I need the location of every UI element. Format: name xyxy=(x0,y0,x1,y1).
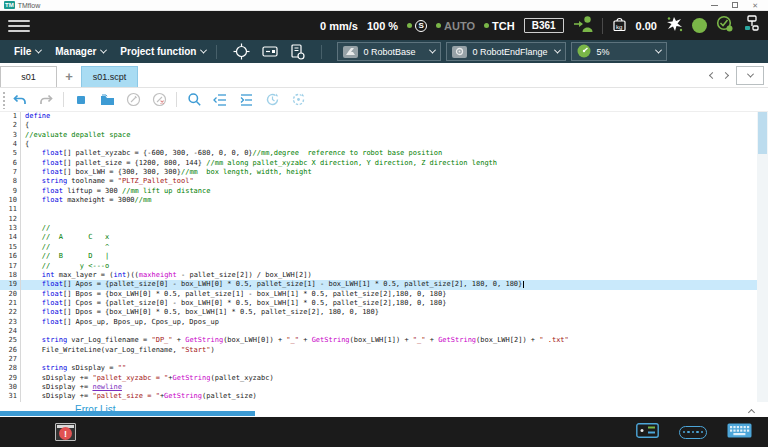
divider xyxy=(321,45,322,59)
line-number: 6 xyxy=(0,159,21,168)
code-line[interactable]: 12 xyxy=(0,215,768,224)
flow-connector-icon[interactable] xyxy=(743,15,760,36)
svg-text:kg: kg xyxy=(616,23,622,29)
line-number: 20 xyxy=(0,290,21,299)
tab-scroll-left-icon[interactable] xyxy=(709,72,716,79)
code-line[interactable]: 17 // y <---o xyxy=(0,262,768,271)
code-line[interactable]: 14 // A C x xyxy=(0,233,768,242)
more-dots-icon[interactable] xyxy=(679,426,707,439)
robot-end-flange-dropdown[interactable]: 0 RobotEndFlange xyxy=(446,42,566,61)
refresh-icon[interactable] xyxy=(290,92,306,108)
minimize-icon[interactable] xyxy=(711,5,718,6)
redo-icon[interactable] xyxy=(38,92,54,108)
controller-panel-icon[interactable] xyxy=(262,45,278,58)
code-line[interactable]: 8 string toolname = "PLTZ_Pallet_tool" xyxy=(0,177,768,186)
collision-burst-icon[interactable] xyxy=(666,16,683,36)
code-line[interactable]: 26 File_WriteLine(var_Log_filename, "Sta… xyxy=(0,346,768,355)
comment-icon[interactable] xyxy=(125,92,141,108)
code-line[interactable]: 7 float[] box_LWH = {300, 300, 300}//mm … xyxy=(0,168,768,177)
drag-handle[interactable] xyxy=(2,91,7,109)
vertical-scrollbar-thumb[interactable] xyxy=(758,112,767,154)
script-file-icon[interactable] xyxy=(290,44,305,60)
code-line[interactable]: 25 string var_Log_filename = "DP_" + Get… xyxy=(0,336,768,345)
history-icon[interactable] xyxy=(264,92,280,108)
line-number: 15 xyxy=(0,243,21,252)
code-line[interactable]: 5 float[] pallet_xyzabc = {-600, 300, -6… xyxy=(0,149,768,158)
tab-scroll-right-icon[interactable] xyxy=(722,72,729,79)
code-line[interactable]: 31 sDisplay += "pallet_size = "+GetStrin… xyxy=(0,392,768,401)
code-line[interactable]: 28 string sDisplay = "" xyxy=(0,364,768,373)
tab-list-dropdown[interactable] xyxy=(736,66,764,85)
speed-dropdown[interactable]: 5% xyxy=(571,42,667,61)
code-line[interactable]: 2{ xyxy=(0,121,768,130)
hamburger-menu-icon[interactable] xyxy=(8,20,30,32)
chevron-down-icon xyxy=(100,47,107,54)
comment-remove-icon[interactable] xyxy=(151,92,167,108)
copy-icon[interactable] xyxy=(99,92,115,108)
code-line[interactable]: 19 float[] Apos = {pallet_size[0] - box_… xyxy=(0,280,768,289)
code-line[interactable]: 6 float[] pallet_size = {1200, 800, 144}… xyxy=(0,159,768,168)
line-number: 10 xyxy=(0,196,21,205)
code-line[interactable]: 13 // xyxy=(0,224,768,233)
robot-base-dropdown[interactable]: 0 RobotBase xyxy=(337,42,441,61)
code-line[interactable]: 30 sDisplay += newline xyxy=(0,383,768,392)
code-line[interactable]: 29 sDisplay += "pallet_xyzabc = "+GetStr… xyxy=(0,374,768,383)
code-line[interactable]: 16 // B D | xyxy=(0,252,768,261)
chevron-down-icon xyxy=(554,47,561,54)
code-line[interactable]: 3//evaluate depallet space xyxy=(0,131,768,140)
code-line[interactable]: 4{ xyxy=(0,140,768,149)
line-number: 19 xyxy=(0,280,21,289)
line-number: 1 xyxy=(0,112,21,121)
code-line[interactable]: 23 float[] Apos_up, Bpos_up, Cpos_up, Dp… xyxy=(0,318,768,327)
error-window-icon[interactable]: ! xyxy=(55,423,76,441)
window-title-bar: TM TMflow ✕ xyxy=(0,0,768,11)
undo-icon[interactable] xyxy=(12,92,28,108)
line-number: 11 xyxy=(0,205,21,214)
line-number: 18 xyxy=(0,271,21,280)
close-icon[interactable]: ✕ xyxy=(752,2,758,9)
user-login-icon[interactable] xyxy=(573,15,593,36)
payload-value: 0.00 xyxy=(636,20,657,32)
menu-manager[interactable]: Manager xyxy=(55,46,106,57)
code-line[interactable]: 22 float[] Dpos = {box_LWH[0] * 0.5, box… xyxy=(0,308,768,317)
tab-row: s01 + s01.scpt xyxy=(0,63,768,88)
menu-project-function[interactable]: Project function xyxy=(120,46,206,57)
jog-panel-icon[interactable] xyxy=(636,423,659,442)
line-number: 28 xyxy=(0,364,21,373)
menu-bar: File Manager Project function xyxy=(0,40,768,63)
tab-script-active[interactable]: s01.scpt xyxy=(81,66,138,87)
code-line[interactable]: 9 float liftup = 300 //mm lift up distan… xyxy=(0,187,768,196)
vertical-scrollbar[interactable] xyxy=(757,112,768,402)
code-line[interactable]: 24 xyxy=(0,327,768,336)
code-line[interactable]: 20 float[] Bpos = {box_LWH[0] * 0.5, pal… xyxy=(0,290,768,299)
indent-icon[interactable] xyxy=(238,92,254,108)
horizontal-scrollbar-thumb[interactable] xyxy=(0,411,255,416)
search-icon[interactable] xyxy=(186,92,202,108)
end-flange-icon xyxy=(452,46,467,58)
code-line[interactable]: 11 xyxy=(0,205,768,214)
indicator-tch: TCH xyxy=(484,20,515,32)
line-number: 4 xyxy=(0,140,21,149)
green-dot-icon xyxy=(407,23,412,28)
script-editor[interactable]: 1define2{3//evaluate depallet space4{5 f… xyxy=(0,112,768,402)
keyboard-icon[interactable] xyxy=(727,423,752,442)
point-teach-icon[interactable] xyxy=(233,43,250,60)
code-line[interactable]: 27 xyxy=(0,355,768,364)
add-tab-button[interactable]: + xyxy=(59,66,79,87)
tab-project[interactable]: s01 xyxy=(0,66,57,87)
line-number: 25 xyxy=(0,336,21,345)
chevron-up-icon[interactable] xyxy=(749,401,754,419)
stop-icon[interactable] xyxy=(73,92,89,108)
code-line[interactable]: 1define xyxy=(0,112,768,121)
robot-speed-value: 0 mm/s xyxy=(320,20,358,32)
robot-id-badge: B361 xyxy=(524,18,564,33)
menu-file[interactable]: File xyxy=(14,46,41,57)
top-status-bar: 0 mm/s 100 % S AUTO TCH B361 xyxy=(0,11,768,40)
code-line[interactable]: 15 // ^ xyxy=(0,243,768,252)
line-number: 16 xyxy=(0,252,21,261)
maximize-icon[interactable] xyxy=(732,2,738,8)
outdent-icon[interactable] xyxy=(212,92,228,108)
code-line[interactable]: 10 float maxheight = 3000//mm xyxy=(0,196,768,205)
code-line[interactable]: 21 float[] Cpos = {pallet_size[0] - box_… xyxy=(0,299,768,308)
code-line[interactable]: 18 int max_layer = (int)((maxheight - pa… xyxy=(0,271,768,280)
